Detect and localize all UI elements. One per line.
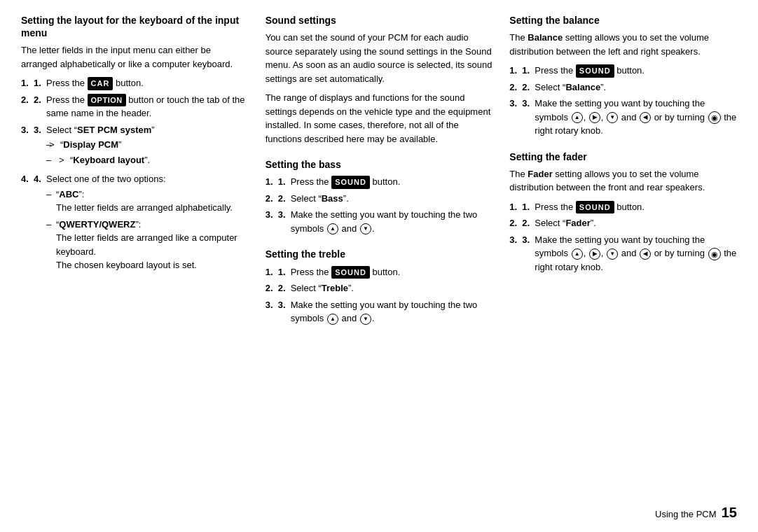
list-item: 1. Press the CAR button. — [21, 76, 249, 90]
column-1: Setting the layout for the keyboard of t… — [21, 14, 249, 278]
col2-intro: You can set the sound of your PCM for ea… — [266, 31, 493, 85]
fader-bold: Fader — [528, 169, 552, 179]
step-number: 3. — [522, 233, 535, 247]
list-item: 3. Make the setting you want by touching… — [509, 233, 737, 274]
step-number: 2. — [522, 216, 535, 230]
sound-button-label: SOUND — [576, 64, 614, 78]
list-item: 1. Press the SOUND button. — [266, 175, 493, 189]
fader-title: Setting the fader — [509, 150, 737, 163]
step-number: 1. — [522, 200, 535, 214]
option-abc: ABC — [59, 189, 78, 200]
fader-intro: The Fader setting allows you to set the … — [509, 167, 737, 195]
list-item: > “Display PCM” — [46, 138, 249, 152]
step-number: 1. — [278, 175, 291, 189]
page-number: 15 — [722, 505, 737, 520]
column-2: Sound settings You can set the sound of … — [266, 14, 493, 328]
rotary-knob-symbol — [708, 248, 721, 260]
sub-list: > “Display PCM” > “Keyboard layout”. — [46, 138, 249, 167]
balance-intro: The Balance setting allows you to set th… — [509, 31, 737, 58]
right-symbol — [589, 112, 600, 123]
step-number: 3. — [34, 123, 46, 137]
menu-item: SET PCM system — [77, 125, 151, 135]
rotary-knob-symbol — [708, 111, 721, 124]
page-layout: Setting the layout for the keyboard of t… — [21, 14, 737, 328]
sound-button-label: SOUND — [331, 176, 370, 189]
col2-intro2: The range of displays and functions for … — [266, 91, 493, 146]
left-symbol — [640, 248, 651, 260]
step-content: Select “SET PCM system” > “Display PCM” … — [46, 123, 249, 170]
list-item: “QWERTY/QWERZ”:The letter fields are arr… — [46, 218, 249, 272]
menu-bass: Bass — [322, 193, 343, 204]
sound-button-label: SOUND — [576, 201, 614, 214]
step-content: Press the CAR button. — [46, 76, 249, 90]
list-item: 3. Make the setting you want by touching… — [509, 97, 737, 138]
step-number: 3. — [522, 97, 535, 111]
menu-fader: Fader — [565, 218, 590, 228]
footer-text: Using the PCM — [655, 509, 716, 519]
list-item: 3. Select “SET PCM system” > “Display PC… — [21, 123, 249, 170]
list-item: 3. Make the setting you want by touching… — [266, 298, 493, 326]
car-button-label: CAR — [88, 77, 113, 90]
list-item: 2. Press the OPTION button or touch the … — [21, 93, 249, 120]
step-number: 2. — [34, 93, 46, 107]
balance-steps: 1. Press the SOUND button. 2. Select “Ba… — [509, 64, 737, 138]
page-footer: Using the PCM 15 — [655, 505, 737, 521]
balance-title: Setting the balance — [509, 14, 737, 27]
step-content: Press the SOUND button. — [291, 265, 493, 279]
bass-title: Setting the bass — [266, 158, 493, 171]
list-item: 2. Select “Bass”. — [266, 192, 493, 206]
step-number: 2. — [278, 281, 291, 295]
down-symbol — [360, 223, 371, 234]
step-content: Make the setting you want by touching th… — [291, 208, 493, 235]
step-content: Make the setting you want by touching th… — [291, 298, 493, 326]
treble-title: Setting the treble — [266, 248, 493, 260]
step-number: 3. — [278, 298, 291, 312]
option-qwerty: QWERTY/QWERZ — [59, 219, 135, 230]
step-content: Press the SOUND button. — [535, 64, 737, 78]
step-number: 2. — [522, 80, 535, 94]
step-content: Make the setting you want by touching th… — [535, 97, 737, 138]
treble-steps: 1. Press the SOUND button. 2. Select “Tr… — [266, 265, 493, 326]
right-symbol — [589, 248, 600, 260]
step-number: 1. — [278, 265, 291, 279]
sub-menu-item: Keyboard layout — [73, 155, 144, 165]
step-content: Make the setting you want by touching th… — [535, 233, 737, 274]
col2-title: Sound settings — [266, 14, 493, 27]
sub-menu-item: Display PCM — [63, 139, 118, 150]
up-symbol — [327, 223, 338, 234]
left-symbol — [640, 112, 651, 123]
bass-steps: 1. Press the SOUND button. 2. Select “Ba… — [266, 175, 493, 235]
down-symbol — [360, 314, 371, 325]
step-number: 4. — [34, 172, 46, 186]
list-item: 2. Select “Fader”. — [509, 216, 737, 230]
down-symbol — [607, 112, 618, 123]
list-item: > “Keyboard layout”. — [46, 153, 249, 167]
sound-button-label: SOUND — [331, 266, 370, 279]
balance-bold: Balance — [528, 32, 563, 43]
up-symbol — [572, 112, 583, 123]
up-symbol — [327, 314, 338, 325]
step-number: 1. — [34, 76, 46, 90]
list-item: 3. Make the setting you want by touching… — [266, 208, 493, 235]
step-number: 2. — [278, 192, 291, 206]
up-symbol — [572, 248, 583, 260]
step-content: Press the OPTION button or touch the tab… — [46, 93, 249, 120]
list-item: 1. Press the SOUND button. — [509, 64, 737, 78]
down-symbol — [607, 248, 618, 260]
menu-treble: Treble — [322, 283, 348, 293]
step-number: 3. — [278, 208, 291, 222]
list-item: 2. Select “Treble”. — [266, 281, 493, 295]
list-item: 2. Select “Balance”. — [509, 80, 737, 94]
col1-steps: 1. Press the CAR button. 2. Press the OP… — [21, 76, 249, 275]
list-item: 1. Press the SOUND button. — [509, 200, 737, 214]
col1-intro: The letter fields in the input menu can … — [21, 43, 249, 71]
fader-steps: 1. Press the SOUND button. 2. Select “Fa… — [509, 200, 737, 274]
col1-title: Setting the layout for the keyboard of t… — [21, 14, 249, 39]
step-content: Select one of the two options: “ABC”:The… — [46, 172, 249, 275]
menu-balance: Balance — [565, 82, 600, 92]
step-content: Press the SOUND button. — [291, 175, 493, 189]
options-list: “ABC”:The letter fields are arranged alp… — [46, 188, 249, 272]
step-content: Select “Treble”. — [291, 281, 493, 295]
list-item: 1. Press the SOUND button. — [266, 265, 493, 279]
step-content: Select “Bass”. — [291, 192, 493, 206]
